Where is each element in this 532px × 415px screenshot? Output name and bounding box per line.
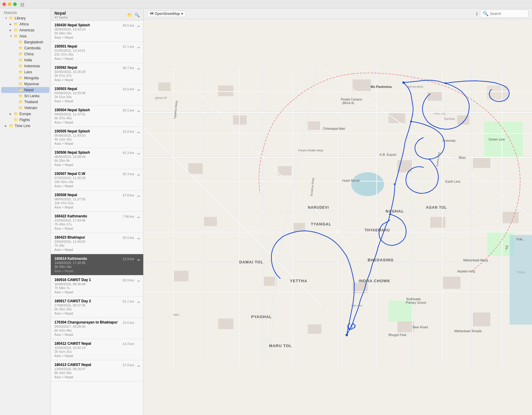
- svg-rect-52: [397, 322, 414, 332]
- track-path: Asia > Nepal: [54, 36, 140, 39]
- track-list-actions: 📁 🔍: [127, 13, 140, 17]
- sidebar-item-bangladesh[interactable]: ▶ 📁 Bangladesh: [1, 39, 49, 45]
- search-action-button[interactable]: 🔍: [135, 13, 140, 17]
- cloud-icon: ☁: [137, 87, 140, 91]
- sidebar-item-label: Sri Lanka: [24, 94, 39, 98]
- sidebar-item-sri-lanka[interactable]: ▶ 📁 Sri Lanka: [1, 93, 49, 99]
- folder-icon: 📁: [19, 100, 23, 104]
- track-item[interactable]: 160814 Kathmandu 14/08/2016, 17:32:05 3h…: [51, 254, 143, 275]
- track-distance: 25.5 km: [123, 236, 134, 239]
- track-date: 08/05/2015, 11:27:55: [54, 197, 140, 201]
- sidebar-item-label: Vietnam: [24, 106, 37, 110]
- cloud-icon: ☁: [137, 193, 140, 198]
- track-duration: 6h 35m 20s: [54, 307, 140, 311]
- sidebar-item-label: Europe: [19, 112, 31, 116]
- track-duration: 8h 32m 50s: [54, 371, 140, 375]
- track-item[interactable]: 150430 Nepal Splash 30/04/2015, 13:43:10…: [51, 21, 143, 42]
- sidebar-item-africa[interactable]: ▶ 📁 Africa: [1, 21, 49, 27]
- svg-rect-53: [472, 313, 490, 326]
- track-item[interactable]: 150507 Nepal C:W 07/05/2015, 11:20:33 10…: [51, 169, 143, 190]
- track-item[interactable]: 180412 CAWST Nepal 12/04/2018, 15:42:14 …: [51, 339, 143, 360]
- track-item[interactable]: 160422 Kathmandu 22/04/2016, 17:43:06 7h…: [51, 212, 143, 233]
- close-button[interactable]: [2, 2, 6, 6]
- folder-icon: 📁: [14, 112, 18, 116]
- sidebar-item-indonesia[interactable]: ▶ 📁 Indonesia: [1, 63, 49, 69]
- track-item[interactable]: 150505 Nepal Splash 05/05/2015, 11:43:53…: [51, 127, 143, 148]
- chevron-down-icon: ▾: [181, 12, 183, 16]
- track-item[interactable]: 150504 Nepal Splash 04/05/2015, 11:37:51…: [51, 106, 143, 127]
- track-item[interactable]: 160423 Bhaktapur 23/04/2016, 11:49:52 7h…: [51, 233, 143, 254]
- track-item[interactable]: 150508 Nepal 08/05/2015, 11:27:55 10h 47…: [51, 190, 143, 212]
- sidebar-item-laos[interactable]: ▶ 📁 Laos: [1, 69, 49, 75]
- sidebar-item-thailand[interactable]: ▶ 📁 Thailand: [1, 99, 49, 105]
- folder-icon: 📁: [19, 88, 23, 92]
- sidebar-toggle[interactable]: ⊟: [20, 2, 25, 7]
- track-duration: 2h 57m 27s: [54, 74, 140, 77]
- track-list-panel: Nepal 47 tracks 📁 🔍 150430 Nepal Splash …: [51, 8, 144, 415]
- track-path: Asia > Nepal: [54, 99, 140, 103]
- sidebar-item-india[interactable]: ▶ 📁 India: [1, 57, 49, 63]
- sidebar-item-vietnam[interactable]: ▶ 📁 Vietnam: [1, 105, 49, 111]
- minimize-button[interactable]: [8, 2, 11, 6]
- info-button[interactable]: ℹ: [476, 11, 478, 16]
- svg-text:NARUDEVI: NARUDEVI: [308, 205, 329, 210]
- track-item[interactable]: 150501 Nepal 01/05/2015, 13:14:51 21h 37…: [51, 42, 143, 63]
- sidebar-item-label: Nepal: [24, 88, 33, 92]
- svg-text:Mahankaal Marg: Mahankaal Marg: [463, 258, 488, 262]
- sidebar-item-cambodia[interactable]: ▶ 📁 Cambodia: [1, 45, 49, 51]
- track-duration: 6h 20m 8s: [54, 159, 140, 162]
- sidebar-item-europe[interactable]: ▶ 📁 Europe: [1, 111, 49, 117]
- track-path: Asia > Nepal: [54, 354, 140, 358]
- sidebar-item-americas[interactable]: ▶ 📁 Americas: [1, 27, 49, 33]
- track-item[interactable]: 150503 Nepal 03/05/2015, 12:29:58 2h 51m…: [51, 84, 143, 106]
- svg-text:DAMAI TOL: DAMAI TOL: [239, 260, 263, 264]
- sidebar-item-flights[interactable]: ▶ 📁 Flights: [1, 117, 49, 123]
- cloud-icon: ☁: [137, 172, 140, 176]
- sidebar-item-nepal[interactable]: ▶ 📁 Nepal: [1, 87, 49, 93]
- track-list-title: Nepal: [54, 11, 68, 16]
- track-duration: 3h 29m 19s: [54, 265, 140, 268]
- sidebar-item-label: Africa: [19, 22, 29, 26]
- map-source-label: OpenStreetMap: [155, 12, 180, 16]
- folder-icon: 📁: [19, 94, 23, 98]
- arrow-icon: ▶: [5, 124, 8, 127]
- sidebar-item-myanmar[interactable]: ▶ 📁 Myanmar: [1, 81, 49, 87]
- maximize-button[interactable]: [13, 2, 17, 6]
- search-box[interactable]: 🔍: [480, 10, 528, 18]
- folder-action-button[interactable]: 📁: [127, 13, 132, 17]
- svg-rect-45: [502, 211, 519, 223]
- track-date: 04/03/2017, 09:28:00: [54, 325, 140, 328]
- folder-icon: 📁: [19, 76, 23, 80]
- svg-text:New Road: New Road: [412, 325, 428, 329]
- track-duration: 7h 39s: [54, 244, 140, 247]
- folder-icon: 📁: [14, 22, 18, 26]
- sidebar-item-mongolia[interactable]: ▶ 📁 Mongolia: [1, 75, 49, 81]
- sidebar-item-label: Mongolia: [24, 76, 39, 80]
- map-background[interactable]: Yapikha Marg Purano Dhalko Marg Burakhya…: [144, 19, 532, 415]
- track-distance: 29.1 km: [123, 109, 134, 112]
- track-item[interactable]: 150506 Nepal Splash 06/05/2015, 12:09:43…: [51, 148, 143, 169]
- svg-point-25: [351, 172, 384, 196]
- map-source-selector[interactable]: 🗺 OpenStreetMap ▾: [147, 10, 186, 17]
- track-item[interactable]: 160917 CAWST Day 2 17/08/2016, 08:37:35 …: [51, 297, 143, 318]
- track-distance: 30.7 km: [123, 66, 134, 70]
- search-icon: 🔍: [483, 11, 489, 16]
- track-date: 07/05/2015, 11:20:33: [54, 176, 140, 180]
- svg-text:Green Line: Green Line: [489, 138, 505, 141]
- svg-text:Earth Line: Earth Line: [445, 180, 460, 183]
- track-path: Asia > Nepal: [54, 375, 140, 379]
- track-date: 02/05/2015, 15:26:29: [54, 70, 140, 74]
- track-item[interactable]: 160916 CAWST Day 1 16/08/2016, 08:38:46 …: [51, 275, 143, 297]
- track-date: 06/05/2015, 12:09:43: [54, 155, 140, 158]
- track-item[interactable]: 150592 Nepal 02/05/2015, 15:26:29 2h 57m…: [51, 63, 143, 84]
- svg-rect-37: [457, 115, 469, 124]
- track-item[interactable]: 170304 Changunarayan to Bhaktapur 04/03/…: [51, 318, 143, 339]
- sidebar-item-timeline[interactable]: ▶ 📁 Time Line: [1, 123, 49, 129]
- arrow-icon: ▶: [10, 23, 13, 26]
- sidebar-item-asia[interactable]: ▼ 📁 Asia: [1, 33, 49, 39]
- search-input[interactable]: [490, 12, 526, 16]
- track-date: 03/05/2015, 12:29:58: [54, 91, 140, 95]
- sidebar-item-china[interactable]: ▶ 📁 China: [1, 51, 49, 57]
- sidebar-item-library[interactable]: ▼ 📁 Library: [1, 15, 49, 21]
- track-item[interactable]: 180413 CAWST Nepal 13/04/2018, 09:16:07 …: [51, 360, 143, 382]
